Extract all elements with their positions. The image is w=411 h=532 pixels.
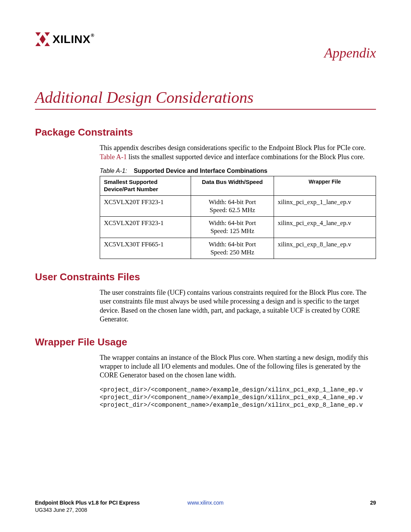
footer-center: www.xilinx.com [35, 499, 376, 506]
table-caption-text: Supported Device and Interface Combinati… [134, 168, 268, 174]
para-text-pre: This appendix describes design considera… [100, 144, 366, 152]
wrapper-code-paths: <project_dir>/<component_name>/example_d… [100, 386, 376, 409]
cell-bus: Width: 64-bit PortSpeed: 125 MHz [191, 217, 274, 238]
cell-device: XC5VLX30T FF665-1 [100, 238, 191, 259]
table-xref[interactable]: Table A-1 [100, 153, 127, 161]
svg-marker-4 [35, 42, 41, 46]
cell-device: XC5VLX20T FF323-1 [100, 217, 191, 238]
cell-bus: Width: 64-bit PortSpeed: 62.5 MHz [191, 195, 274, 217]
brand-text: XILINX® [53, 32, 94, 46]
section-title-wrapper: Wrapper File Usage [35, 336, 376, 348]
table-header-bus: Data Bus Width/Speed [191, 176, 274, 196]
cell-wrapper: xilinx_pci_exp_4_lane_ep.v [274, 217, 376, 238]
table-caption-number: Table A-1: [100, 168, 127, 174]
xilinx-logo-icon [35, 32, 50, 48]
footer-doc-sub: UG343 June 27, 2008 [35, 507, 87, 513]
footer-link[interactable]: www.xilinx.com [188, 500, 224, 506]
table-header-wrapper: Wrapper File [274, 176, 376, 196]
page-footer: www.xilinx.com Endpoint Block Plus v1.8 … [35, 499, 376, 514]
table-row: XC5VLX20T FF323-1Width: 64-bit PortSpeed… [100, 195, 376, 217]
svg-marker-3 [40, 39, 46, 44]
cell-bus: Width: 64-bit PortSpeed: 250 MHz [191, 238, 274, 259]
brand-name: XILINX [53, 33, 91, 45]
device-table: Smallest Supported Device/Part Number Da… [100, 176, 376, 259]
ucf-paragraph: The user constraints file (UCF) contains… [100, 288, 376, 324]
cell-wrapper: xilinx_pci_exp_8_lane_ep.v [274, 238, 376, 259]
cell-device: XC5VLX20T FF323-1 [100, 195, 191, 217]
table-caption: Table A-1: Supported Device and Interfac… [100, 168, 376, 174]
svg-marker-1 [45, 32, 50, 36]
table-header-row: Smallest Supported Device/Part Number Da… [100, 176, 376, 196]
wrapper-paragraph: The wrapper contains an instance of the … [100, 353, 376, 380]
table-row: XC5VLX20T FF323-1Width: 64-bit PortSpeed… [100, 217, 376, 238]
svg-marker-0 [35, 32, 41, 36]
chapter-title: Additional Design Considerations [35, 88, 376, 110]
section-title-ucf: User Constraints Files [35, 271, 376, 283]
section-title-package-constraints: Package Constraints [35, 126, 376, 138]
table-row: XC5VLX30T FF665-1Width: 64-bit PortSpeed… [100, 238, 376, 259]
para-text-post: lists the smallest supported device and … [127, 153, 365, 161]
table-header-device: Smallest Supported Device/Part Number [100, 176, 191, 196]
registered-mark-icon: ® [91, 33, 94, 38]
table-block: Table A-1: Supported Device and Interfac… [100, 168, 376, 259]
package-constraints-paragraph: This appendix describes design considera… [100, 144, 376, 161]
cell-wrapper: xilinx_pci_exp_1_lane_ep.v [274, 195, 376, 217]
svg-marker-2 [40, 35, 46, 39]
svg-marker-5 [45, 42, 50, 46]
